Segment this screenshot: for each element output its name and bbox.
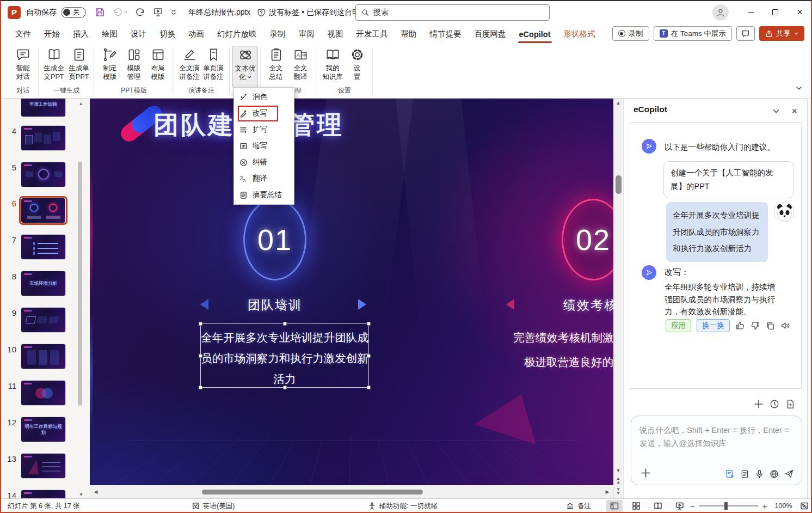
suggestion-card[interactable]: 创建一个关于【人工智能的发展】的PPT [663, 161, 794, 198]
menu-item-rewrite[interactable]: 改写 [234, 105, 294, 121]
swap-button[interactable]: 换一换 [697, 319, 730, 332]
tab-storyboard[interactable]: 情节提要 [423, 25, 468, 44]
undo-icon[interactable] [113, 8, 128, 17]
horizontal-scroll-thumb[interactable] [202, 490, 423, 494]
history-icon[interactable] [770, 399, 779, 409]
search-input[interactable]: 搜索 [355, 4, 550, 21]
view-slideshow-icon[interactable] [672, 500, 688, 512]
maximize-icon[interactable] [763, 0, 788, 25]
item1-description[interactable]: 全年开展多次专业培训提升团队成员的市场洞察力和执行力激发创新活力 [201, 327, 368, 389]
slide-thumbnail-3[interactable]: 年度工作回顾 [21, 99, 66, 117]
slide-canvas[interactable]: 团队建设与管理 01 团队培训 全年开展多次专业培训提升团队成员的市场洞察力和执… [90, 99, 613, 485]
slide-thumbnail-8[interactable]: 市场环境分析 [21, 271, 66, 296]
view-slide-sorter-icon[interactable] [628, 500, 644, 512]
tab-slideshow[interactable]: 幻灯片放映 [211, 25, 263, 44]
tab-transitions[interactable]: 切换 [153, 25, 182, 44]
ribbon-button-layout-template[interactable]: 布局模版 [145, 46, 170, 86]
ribbon-button-fulltext-translate[interactable]: A中 全文翻译 [288, 46, 313, 86]
view-reading-icon[interactable] [650, 500, 666, 512]
notes-doc-icon[interactable] [740, 469, 749, 479]
zoom-slider[interactable] [699, 505, 758, 506]
chat-input[interactable]: 说点什么吧，Shift + Enter = 换行，Enter = 发送，输入@选… [631, 416, 802, 485]
tab-file[interactable]: 文件 [9, 25, 38, 44]
tab-record[interactable]: 录制 [263, 25, 292, 44]
notes-toggle[interactable]: 备注 [566, 499, 591, 513]
present-in-teams-button[interactable]: T在 Teams 中展示 [654, 26, 732, 41]
slide-thumbnail-9[interactable] [21, 307, 66, 333]
tab-draw[interactable]: 绘图 [95, 25, 124, 44]
slide-thumbnail-6-selected[interactable] [21, 198, 66, 223]
resize-handle[interactable] [199, 386, 202, 389]
accessibility-status[interactable]: 辅助功能: 一切就绪 [368, 499, 438, 513]
vertical-scroll-thumb[interactable] [616, 175, 622, 194]
thumbs-scroll-down-icon[interactable]: ▼ [77, 492, 85, 497]
tab-animations[interactable]: 动画 [182, 25, 211, 44]
speaker-icon[interactable] [780, 321, 790, 331]
resize-handle[interactable] [367, 322, 371, 326]
panel-close-icon[interactable]: × [791, 106, 797, 117]
item1-label[interactable]: 团队培训 [231, 297, 318, 314]
menu-item-abstract-summary[interactable]: 摘要总结 [234, 187, 294, 203]
zoom-out-icon[interactable]: − [690, 502, 695, 511]
item1-circle[interactable]: 01 [243, 199, 306, 280]
next-slide-icon[interactable]: ▼▼ [614, 487, 623, 495]
fit-to-window-icon[interactable] [800, 502, 809, 510]
language-status[interactable]: 英语(美国) [192, 499, 235, 513]
resize-handle[interactable] [367, 386, 371, 389]
menu-item-proofread[interactable]: 纠错 [234, 154, 294, 170]
slide-thumbnail-4[interactable] [21, 125, 66, 151]
slideshow-preview-icon[interactable] [153, 7, 163, 17]
zoom-level[interactable]: 100% [775, 502, 792, 510]
slide-horizontal-scrollbar[interactable]: ◀ ▶ [90, 485, 613, 498]
menu-item-translate[interactable]: 文A翻译 [234, 170, 294, 187]
tab-baidu-netdisk[interactable]: 百度网盘 [468, 25, 513, 44]
ribbon-button-knowledge-base[interactable]: 我的知识库 [319, 46, 346, 86]
scroll-right-icon[interactable]: ▶ [603, 490, 612, 494]
qat-overflow-icon[interactable] [171, 10, 176, 15]
resize-handle[interactable] [283, 386, 287, 389]
ribbon-button-fulltext-summary[interactable]: 全文总结 [263, 46, 288, 86]
panel-scrollbar-gutter[interactable] [807, 99, 811, 498]
resize-handle[interactable] [367, 354, 371, 358]
ribbon-button-single-speaker-notes[interactable]: 单页演讲备注 [200, 46, 226, 86]
slide-thumbnail-10[interactable] [21, 344, 66, 369]
item1-prev-arrow-icon[interactable] [200, 299, 208, 310]
tab-review[interactable]: 审阅 [292, 25, 321, 44]
ribbon-button-settings[interactable]: 设置 [346, 46, 368, 86]
scroll-left-icon[interactable]: ◀ [91, 490, 100, 494]
tab-help[interactable]: 帮助 [395, 25, 423, 44]
slide-thumbnail-5[interactable] [21, 162, 66, 187]
previous-slide-icon[interactable]: ▲▲ [614, 477, 623, 484]
new-topic-add-icon[interactable] [754, 399, 764, 409]
close-icon[interactable]: × [788, 0, 812, 25]
thumbs-down-icon[interactable] [751, 321, 760, 331]
resize-handle[interactable] [199, 322, 202, 326]
ribbon-button-generate-single-ppt[interactable]: 生成单页PPT [66, 46, 91, 86]
tab-insert[interactable]: 插入 [66, 25, 95, 44]
panel-collapse-icon[interactable] [772, 107, 780, 115]
new-document-icon[interactable] [785, 399, 795, 409]
tab-shape-format[interactable]: 形状格式 [557, 25, 602, 44]
minimize-icon[interactable] [739, 0, 763, 25]
zoom-in-icon[interactable]: + [762, 502, 767, 511]
slide-vertical-scrollbar[interactable]: ▲ ▼ ▲▲ ▼▼ [613, 99, 623, 498]
save-icon[interactable] [95, 7, 105, 17]
item2-description-line1[interactable]: 完善绩效考核机制激励 [513, 330, 613, 345]
slide-thumbnail-11[interactable] [21, 380, 66, 406]
menu-item-condense[interactable]: 缩写 [234, 138, 294, 154]
send-icon[interactable] [784, 469, 794, 479]
zoom-slider-thumb[interactable] [724, 502, 728, 510]
tab-home[interactable]: 开始 [38, 25, 66, 44]
share-button[interactable]: 共享 [759, 26, 804, 41]
slide-thumbnail-7[interactable] [21, 234, 66, 260]
user-account-avatar[interactable] [712, 4, 729, 21]
ribbon-button-text-optimize[interactable]: 文本优 化 [232, 46, 258, 88]
copy-icon[interactable] [766, 321, 775, 331]
comments-button[interactable] [736, 26, 755, 41]
redo-icon[interactable] [136, 8, 145, 17]
thumbs-scroll-up-icon[interactable]: ▲ [77, 101, 85, 106]
ribbon-button-create-template[interactable]: 制定模版 [97, 46, 122, 86]
ribbon-button-generate-full-ppt[interactable]: 生成全文PPT [41, 46, 66, 86]
item1-next-arrow-icon[interactable] [358, 299, 366, 310]
slide-thumbnail-14[interactable] [21, 490, 66, 498]
